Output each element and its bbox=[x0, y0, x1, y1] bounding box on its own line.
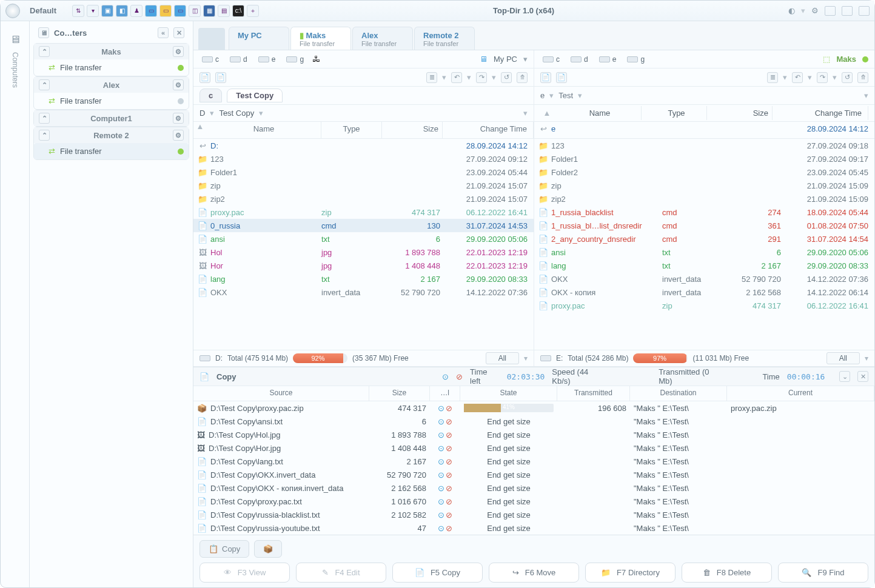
expand-icon[interactable]: ⌃ bbox=[39, 79, 50, 90]
col-size[interactable]: Size bbox=[712, 106, 773, 120]
close-panel-icon[interactable]: ✕ bbox=[857, 371, 868, 382]
file-row[interactable]: 🖼Horjpg1 408 44822.01.2023 12:19 bbox=[193, 259, 534, 272]
filter-all[interactable]: All bbox=[826, 352, 860, 364]
f3-view[interactable]: 👁F3 View bbox=[199, 563, 290, 583]
connection-tab[interactable]: My PC bbox=[229, 27, 289, 50]
file-row[interactable]: 📄1_russia_blacklistcmd27418.09.2024 05:4… bbox=[534, 205, 874, 219]
file-row[interactable]: ↩D:28.09.2024 14:12 bbox=[193, 139, 534, 152]
back-icon[interactable]: ↶ bbox=[792, 72, 803, 83]
tool-icon[interactable]: ◧ bbox=[116, 5, 128, 17]
file-row[interactable]: 📄langtxt2 16729.09.2020 08:33 bbox=[193, 272, 534, 286]
tool-icon[interactable]: ▾ bbox=[87, 5, 99, 17]
tool-icon[interactable]: ♟ bbox=[130, 5, 142, 17]
play-icon[interactable]: ⊙ bbox=[438, 417, 444, 426]
play-icon[interactable]: ⊙ bbox=[438, 457, 444, 466]
drive-button[interactable]: g bbox=[284, 54, 306, 65]
right-file-list[interactable]: 📁12327.09.2024 09:18📁Folder127.09.2024 0… bbox=[534, 139, 874, 350]
close-button[interactable] bbox=[859, 6, 870, 16]
file-row[interactable]: 📄OKX - копияinvert_data2 162 56814.12.20… bbox=[534, 286, 874, 299]
sort-icon[interactable]: ▲ bbox=[540, 109, 554, 118]
play-icon[interactable]: ⊙ bbox=[438, 430, 444, 439]
goto-top-icon[interactable]: ⤊ bbox=[857, 72, 868, 83]
stop-icon[interactable]: ⊘ bbox=[446, 457, 452, 466]
back-icon[interactable]: ↶ bbox=[451, 72, 462, 83]
app-menu-orb[interactable] bbox=[5, 4, 20, 18]
drive-button[interactable]: e bbox=[256, 54, 278, 65]
stop-icon[interactable]: ⊘ bbox=[446, 444, 452, 453]
maximize-button[interactable] bbox=[842, 6, 853, 16]
filter-all[interactable]: All bbox=[486, 352, 519, 364]
transfer-row[interactable]: 📄D:\Test Copy\OKX.invert_data 52 790 720… bbox=[193, 468, 874, 481]
drive-button[interactable]: d bbox=[227, 54, 250, 65]
expand-icon[interactable]: ⌃ bbox=[39, 130, 50, 141]
transfer-row[interactable]: 📄D:\Test Copy\ansi.txt 6 ⊙⊘ End get size… bbox=[193, 415, 874, 428]
transfer-row[interactable]: 📄D:\Test Copy\russia-blacklist.txt 2 102… bbox=[193, 508, 874, 521]
play-icon[interactable]: ⊙ bbox=[438, 497, 444, 506]
copy-col-source[interactable]: Source bbox=[193, 386, 369, 401]
play-icon[interactable]: ⊙ bbox=[438, 444, 444, 453]
path-tab[interactable]: e bbox=[540, 91, 545, 100]
tool-icon[interactable]: ▣ bbox=[101, 5, 113, 17]
transfer-row[interactable]: 🖼D:\Test Copy\Hol.jpg 1 893 788 ⊙⊘ End g… bbox=[193, 428, 874, 441]
gear-icon[interactable]: ⚙ bbox=[173, 79, 184, 90]
connection-tab[interactable]: AlexFile transfer bbox=[352, 27, 413, 50]
play-icon[interactable]: ⊙ bbox=[438, 510, 444, 520]
file-row[interactable]: ↩e28.09.2024 14:12 bbox=[534, 122, 874, 135]
file-row[interactable]: 🖼Holjpg1 893 78822.01.2023 12:19 bbox=[193, 246, 534, 259]
newfile2-icon[interactable]: 📄 bbox=[556, 72, 567, 83]
file-row[interactable]: 📁Folder123.09.2024 05:44 bbox=[193, 165, 534, 179]
close-icon[interactable]: ✕ bbox=[173, 27, 184, 38]
tool-icon[interactable]: ◫ bbox=[189, 5, 201, 17]
col-name[interactable]: Name bbox=[207, 122, 321, 138]
network-icon[interactable]: 🖧 bbox=[312, 55, 320, 64]
copy-col-act[interactable]: …l bbox=[430, 386, 460, 401]
left-file-list[interactable]: ↩D:28.09.2024 14:12📁12327.09.2024 09:12📁… bbox=[193, 139, 534, 350]
col-name[interactable]: Name bbox=[558, 106, 642, 120]
breadcrumb[interactable]: D bbox=[199, 109, 205, 118]
file-row[interactable]: 📄0_russiacmd13031.07.2024 14:53 bbox=[193, 219, 534, 232]
newfile2-icon[interactable]: 📄 bbox=[215, 72, 226, 83]
file-row[interactable]: 📄ansitxt629.09.2020 05:06 bbox=[193, 232, 534, 246]
transfer-row[interactable]: 📦D:\Test Copy\proxy.pac.zip 474 317 ⊙⊘ 4… bbox=[193, 401, 874, 415]
stop-icon[interactable]: ⊘ bbox=[446, 484, 452, 493]
undo-icon[interactable]: ↺ bbox=[842, 72, 853, 83]
undo-icon[interactable]: ↺ bbox=[501, 72, 512, 83]
play-icon[interactable]: ⊙ bbox=[442, 372, 449, 381]
file-row[interactable]: 📁12327.09.2024 09:18 bbox=[534, 139, 874, 152]
play-icon[interactable]: ⊙ bbox=[438, 524, 444, 533]
col-time[interactable]: Change Time bbox=[443, 122, 534, 138]
stop-icon[interactable]: ⊘ bbox=[446, 510, 452, 520]
gear-icon[interactable]: ⚙ bbox=[173, 113, 184, 124]
col-size[interactable]: Size bbox=[382, 122, 443, 138]
chevron-down-icon[interactable]: ▾ bbox=[523, 55, 528, 64]
drive-button[interactable]: c bbox=[540, 54, 562, 65]
file-row[interactable]: 📄1_russia_bl…list_dnsredircmd36101.08.20… bbox=[534, 219, 874, 232]
tool-icon[interactable]: ▦ bbox=[203, 5, 215, 17]
drive-button[interactable]: d bbox=[568, 54, 591, 65]
connection-tab[interactable]: Remote 2File transfer bbox=[414, 27, 475, 50]
tool-icon[interactable]: c:\ bbox=[232, 5, 244, 17]
file-row[interactable]: 📁12327.09.2024 09:12 bbox=[193, 152, 534, 165]
f6-move[interactable]: ↪F6 Move bbox=[489, 563, 579, 583]
sidebar-item[interactable]: ⇄File transfer bbox=[34, 93, 189, 109]
theme-icon[interactable]: ◐ bbox=[788, 6, 795, 15]
stop-icon[interactable]: ⊘ bbox=[456, 372, 463, 381]
f9-find[interactable]: 🔍F9 Find bbox=[778, 563, 868, 583]
file-row[interactable]: 📁Folder223.09.2024 05:45 bbox=[534, 165, 874, 179]
sidebar-item[interactable]: ⇄File transfer bbox=[34, 143, 189, 159]
list-icon[interactable]: ≣ bbox=[426, 72, 437, 83]
expand-icon[interactable]: ⌃ bbox=[39, 113, 50, 124]
collapse-icon[interactable]: « bbox=[158, 27, 169, 38]
profile-name[interactable]: Default bbox=[24, 5, 62, 16]
add-tool-icon[interactable]: ＋ bbox=[247, 5, 259, 17]
path-tab-active[interactable]: Test Copy bbox=[227, 89, 283, 102]
file-row[interactable]: 📁zip21.09.2024 15:09 bbox=[534, 179, 874, 192]
breadcrumb[interactable]: Test Copy bbox=[219, 109, 254, 118]
file-row[interactable]: 📁zip221.09.2024 15:07 bbox=[193, 192, 534, 205]
connection-tab[interactable]: ▮ MaksFile transfer bbox=[290, 27, 351, 50]
copy-col-dest[interactable]: Destination bbox=[630, 386, 727, 401]
path-tab[interactable]: c bbox=[199, 89, 222, 102]
file-row[interactable]: 📄proxy.paczip474 31706.12.2022 16:41 bbox=[193, 205, 534, 219]
file-row[interactable]: 📁zip21.09.2024 15:07 bbox=[193, 179, 534, 192]
tool-icon[interactable]: ▭ bbox=[145, 5, 157, 17]
